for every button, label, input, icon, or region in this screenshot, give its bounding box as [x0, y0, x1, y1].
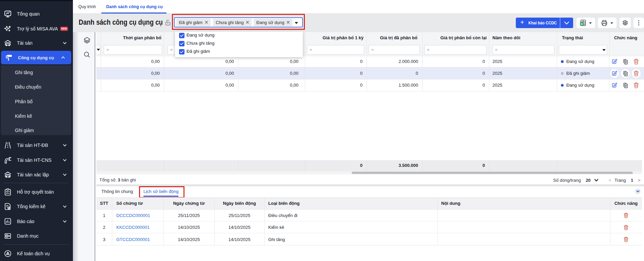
svg-text:X: X	[581, 22, 583, 26]
